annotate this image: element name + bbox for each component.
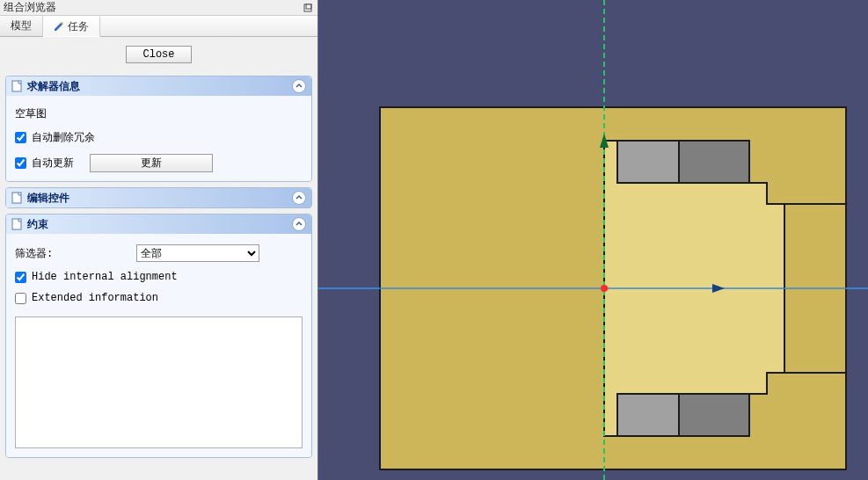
svg-rect-3 [12, 193, 21, 203]
hide-internal-label: Hide internal alignment [32, 271, 178, 283]
document-icon [11, 80, 22, 92]
solver-section-header[interactable]: 求解器信息 [6, 76, 311, 96]
constraint-list[interactable] [15, 316, 303, 448]
auto-update-label: 自动更新 [32, 156, 74, 171]
auto-update-checkbox[interactable] [15, 157, 26, 169]
extended-info-checkbox[interactable] [15, 293, 26, 304]
solver-section-title: 求解器信息 [27, 79, 287, 94]
svg-rect-13 [679, 394, 749, 436]
origin-point [601, 285, 608, 292]
tab-model-label: 模型 [11, 18, 32, 33]
panel-title: 组合浏览器 [4, 0, 302, 15]
document-icon [11, 218, 22, 230]
svg-rect-10 [617, 141, 679, 183]
svg-rect-2 [12, 81, 21, 91]
collapse-icon[interactable] [292, 79, 306, 93]
update-button[interactable]: 更新 [90, 154, 213, 172]
empty-sketch-label: 空草图 [15, 106, 303, 121]
tab-tasks[interactable]: 任务 [43, 17, 100, 37]
task-body: Close 求解器信息 空草图 自动删除冗余 [0, 37, 317, 480]
edit-section: 编辑控件 [5, 187, 312, 208]
document-icon [11, 192, 22, 204]
svg-rect-0 [304, 4, 311, 11]
svg-rect-12 [617, 394, 679, 436]
edit-section-title: 编辑控件 [27, 191, 287, 206]
svg-rect-11 [679, 141, 749, 183]
hide-internal-checkbox[interactable] [15, 272, 26, 283]
filter-label: 筛选器: [15, 246, 129, 261]
close-button[interactable]: Close [126, 46, 191, 63]
tab-tasks-label: 任务 [68, 19, 89, 34]
combo-browser-panel: 组合浏览器 模型 任务 Close 求解器信息 [0, 0, 318, 480]
extended-info-label: Extended information [32, 292, 158, 304]
solver-section: 求解器信息 空草图 自动删除冗余 自动更新 更新 [5, 76, 312, 182]
constraints-section: 约束 筛选器: 全部 Hide internal alignment [5, 214, 312, 458]
svg-rect-4 [12, 219, 21, 229]
3d-viewport[interactable] [318, 0, 868, 480]
auto-remove-redundant-checkbox[interactable] [15, 132, 26, 143]
edit-section-header[interactable]: 编辑控件 [6, 188, 311, 207]
auto-remove-redundant-label: 自动删除冗余 [32, 130, 95, 145]
panel-title-bar: 组合浏览器 [0, 0, 317, 16]
collapse-icon[interactable] [292, 217, 306, 231]
pencil-icon [54, 21, 64, 32]
undock-icon[interactable] [302, 2, 314, 14]
constraints-section-title: 约束 [27, 217, 287, 232]
filter-select[interactable]: 全部 [136, 244, 259, 262]
collapse-icon[interactable] [292, 191, 306, 205]
tab-model[interactable]: 模型 [0, 16, 43, 36]
constraints-section-header[interactable]: 约束 [6, 215, 311, 234]
tab-strip: 模型 任务 [0, 16, 317, 37]
